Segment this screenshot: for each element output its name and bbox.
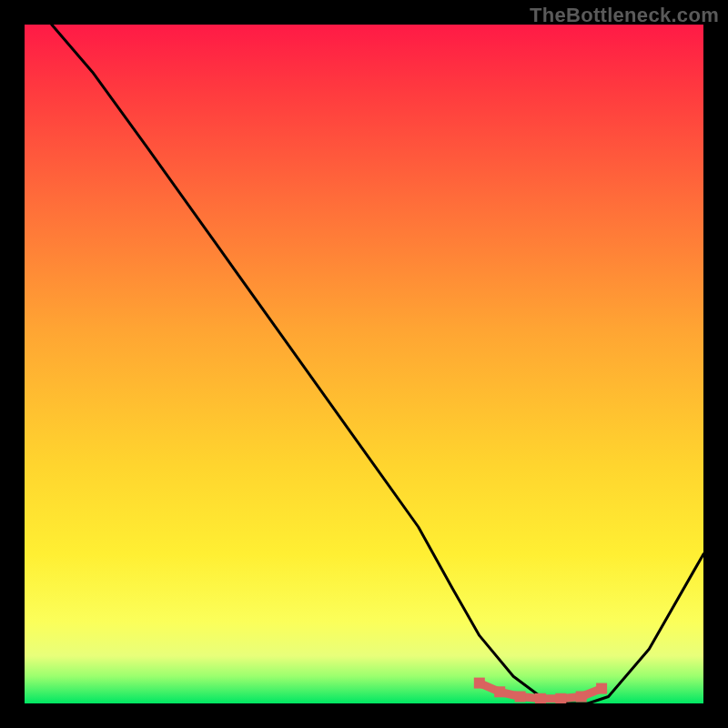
optimal-range-point [494, 686, 505, 697]
watermark-text: TheBottleneck.com [530, 4, 719, 27]
optimal-range-point [535, 693, 546, 703]
optimal-range-marker [474, 678, 607, 703]
optimal-range-point [596, 683, 607, 694]
chart-container: TheBottleneck.com [0, 0, 728, 728]
curve-layer [25, 25, 703, 703]
plot-area [25, 25, 703, 703]
optimal-range-point [555, 693, 566, 703]
optimal-range-point [515, 692, 526, 703]
optimal-range-point [474, 678, 485, 689]
optimal-range-point [576, 692, 587, 703]
bottleneck-curve [52, 25, 703, 703]
